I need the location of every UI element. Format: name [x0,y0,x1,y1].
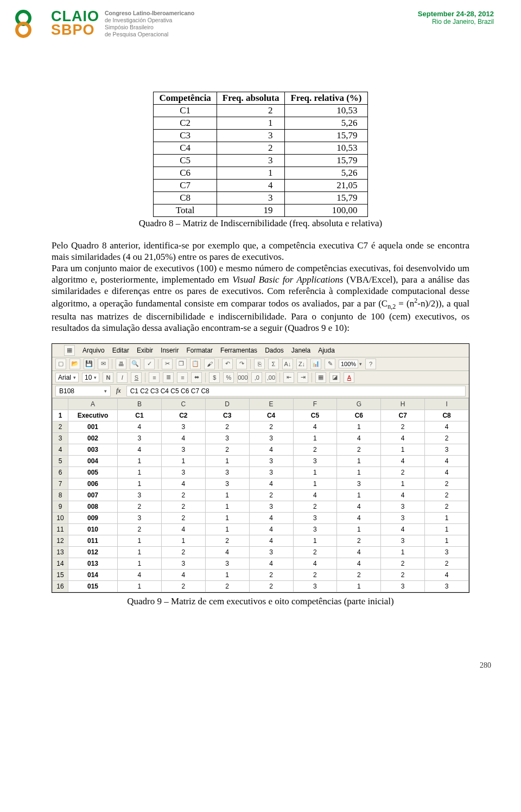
grid-cell[interactable]: 1 [205,512,249,523]
grid-cell[interactable]: 1 [425,523,469,535]
grid-cell[interactable]: 2 [381,569,425,580]
row-header[interactable]: 9 [53,501,68,512]
grid-cell[interactable]: 4 [161,478,205,489]
grid-cell[interactable]: 3 [249,546,293,558]
spell-icon[interactable]: ✓ [144,359,155,369]
mail-icon[interactable]: ✉ [98,359,109,369]
italic-icon[interactable]: I [117,372,128,383]
column-header[interactable]: A [68,398,118,410]
grid-cell[interactable]: 4 [118,444,162,455]
grid-cell[interactable]: 1 [425,512,469,523]
undo-icon[interactable]: ↶ [222,359,233,369]
grid-cell[interactable]: 2 [161,580,205,592]
sum-icon[interactable]: Σ [268,359,279,369]
fx-icon[interactable]: fx [116,387,121,395]
grid-cell[interactable]: 3 [161,421,205,432]
grid-cell[interactable]: 1 [205,455,249,466]
menu-editar[interactable]: Editar [112,347,129,354]
align-right-icon[interactable]: ≡ [177,372,188,383]
grid-cell[interactable]: 2 [205,444,249,455]
grid-cell[interactable]: 4 [293,489,337,501]
grid-cell[interactable]: 1 [118,558,162,569]
cut-icon[interactable]: ✂ [162,359,173,369]
grid-cell[interactable]: 3 [205,466,249,478]
grid-cell[interactable]: 2 [293,501,337,512]
formula-input[interactable]: C1 C2 C3 C4 C5 C6 C7 C8 [126,386,466,397]
grid-cell[interactable]: 005 [68,466,118,478]
dec-indent-icon[interactable]: ⇤ [283,372,294,383]
grid-cell[interactable]: 2 [205,580,249,592]
menu-janela[interactable]: Janela [291,347,310,354]
grid-cell[interactable]: 1 [293,466,337,478]
grid-cell[interactable]: 1 [381,444,425,455]
grid-cell[interactable]: 4 [161,523,205,535]
grid-cell[interactable]: 014 [68,569,118,580]
grid-cell[interactable]: 4 [118,569,162,580]
grid-cell[interactable]: 2 [161,501,205,512]
borders-icon[interactable]: ▦ [315,372,326,383]
grid-cell[interactable]: 4 [293,421,337,432]
menu-inserir[interactable]: Inserir [161,347,179,354]
grid-cell[interactable]: 003 [68,444,118,455]
column-header[interactable]: D [205,398,249,410]
app-control-icon[interactable]: ▦ [64,345,75,356]
grid-cell[interactable]: 4 [293,558,337,569]
column-header[interactable]: G [337,398,381,410]
grid-cell[interactable]: 1 [161,455,205,466]
dec-decimal-icon[interactable]: ,00 [265,372,276,383]
grid-cell[interactable]: 4 [249,478,293,489]
grid-cell[interactable]: 4 [381,523,425,535]
grid-cell[interactable]: 1 [118,535,162,546]
grid-header-cell[interactable]: C3 [205,410,249,421]
copy-icon[interactable]: ❐ [176,359,187,369]
grid-cell[interactable]: 4 [161,432,205,444]
grid-cell[interactable]: 1 [337,489,381,501]
grid-header-cell[interactable]: C2 [161,410,205,421]
grid-cell[interactable]: 4 [425,455,469,466]
paste-icon[interactable]: 📋 [190,359,201,369]
grid-cell[interactable]: 004 [68,455,118,466]
grid-cell[interactable]: 3 [425,546,469,558]
grid-cell[interactable]: 4 [337,432,381,444]
grid-cell[interactable]: 4 [381,455,425,466]
grid-cell[interactable]: 1 [337,523,381,535]
font-selector[interactable]: Arial ▾ [55,373,79,382]
menu-ferramentas[interactable]: Ferramentas [220,347,257,354]
grid-cell[interactable]: 007 [68,489,118,501]
grid-cell[interactable]: 3 [249,455,293,466]
grid-cell[interactable]: 008 [68,501,118,512]
grid-cell[interactable]: 3 [293,523,337,535]
grid-cell[interactable]: 3 [425,580,469,592]
grid-cell[interactable]: 2 [249,489,293,501]
drawing-icon[interactable]: ✎ [325,359,335,369]
grid-header-cell[interactable]: Executivo [68,410,118,421]
grid-cell[interactable]: 2 [293,444,337,455]
zoom-control[interactable]: 100% ▾ [339,360,362,368]
grid-cell[interactable]: 3 [293,580,337,592]
grid-header-cell[interactable]: C7 [381,410,425,421]
grid-cell[interactable]: 2 [425,489,469,501]
grid-cell[interactable]: 1 [205,569,249,580]
grid-cell[interactable]: 4 [425,421,469,432]
row-header[interactable]: 3 [53,432,68,444]
align-center-icon[interactable]: ≣ [163,372,174,383]
grid-cell[interactable]: 2 [425,558,469,569]
comma-icon[interactable]: 000 [237,372,248,383]
sort-asc-icon[interactable]: A↓ [282,359,293,369]
grid-cell[interactable]: 2 [205,535,249,546]
grid-cell[interactable]: 1 [293,535,337,546]
grid-cell[interactable]: 4 [337,512,381,523]
grid-cell[interactable]: 013 [68,558,118,569]
currency-icon[interactable]: $ [209,372,220,383]
grid-cell[interactable]: 1 [205,489,249,501]
grid-cell[interactable]: 3 [161,466,205,478]
row-header[interactable]: 16 [53,580,68,592]
menu-dados[interactable]: Dados [265,347,284,354]
row-header[interactable]: 5 [53,455,68,466]
grid-cell[interactable]: 2 [118,523,162,535]
format-painter-icon[interactable]: 🖌 [204,359,215,369]
grid-cell[interactable]: 2 [381,421,425,432]
grid-cell[interactable]: 4 [205,546,249,558]
grid-cell[interactable]: 1 [293,478,337,489]
grid-cell[interactable]: 010 [68,523,118,535]
